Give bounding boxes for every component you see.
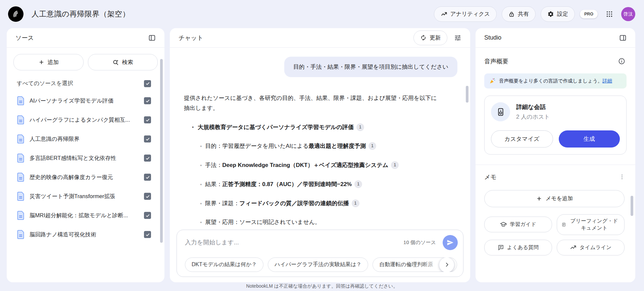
add-source-button[interactable]: 追加 bbox=[13, 54, 84, 70]
disclaimer-footer: NotebookLM は不正確な場合があります。回答は再確認してください。 bbox=[0, 282, 644, 291]
apps-grid-button[interactable] bbox=[603, 7, 616, 21]
response-intro: 提供されたソースに基づき、各研究の目的、手法、結果、限界・課題、および展望・応用… bbox=[184, 93, 439, 113]
panel-collapse-icon bbox=[148, 34, 156, 42]
panel-collapse-icon bbox=[619, 34, 627, 42]
notes-menu-button[interactable] bbox=[617, 172, 627, 181]
briefing-doc-chip[interactable]: ブリーフィング・ドキュメント bbox=[557, 214, 625, 235]
settings-button[interactable]: 設定 bbox=[541, 6, 575, 22]
check-icon bbox=[145, 137, 150, 141]
studio-panel: Studio 音声概要 bbox=[476, 28, 635, 282]
customize-button[interactable]: カスタマイズ bbox=[491, 130, 553, 148]
discover-sources-button[interactable]: 検索 bbox=[88, 54, 158, 70]
chip-label: 学習ガイド bbox=[510, 221, 536, 228]
bullet-bold-text: 大規模教育データに基づくパーソナライズ学習モデルの評価 bbox=[198, 124, 354, 130]
source-title: 災害ツイート予測Transformer拡張 bbox=[30, 193, 139, 200]
response-bullet: ・大規模教育データに基づくパーソナライズ学習モデルの評価1 bbox=[190, 122, 439, 132]
studio-scrollbar[interactable] bbox=[631, 196, 633, 216]
source-list-item[interactable]: 脳MRI超分解能化：拡散モデルと診断... bbox=[7, 206, 164, 225]
chat-input[interactable] bbox=[185, 239, 399, 246]
check-icon bbox=[145, 99, 150, 103]
chat-settings-button[interactable] bbox=[453, 33, 463, 43]
source-title: 人工意識の再帰限界 bbox=[30, 135, 139, 143]
refresh-label: 更新 bbox=[430, 34, 441, 42]
source-title: AIパーソナライズ学習モデル評価 bbox=[30, 97, 139, 105]
select-all-checkbox[interactable] bbox=[144, 80, 151, 87]
briefing-doc-icon bbox=[562, 222, 566, 228]
plus-icon bbox=[38, 59, 45, 65]
settings-label: 設定 bbox=[557, 10, 568, 18]
source-checkbox[interactable] bbox=[144, 193, 151, 200]
source-list-item[interactable]: 多言語BERT感情転写と文化依存性 bbox=[7, 149, 164, 168]
citation-badge[interactable]: 1 bbox=[354, 180, 362, 188]
suggested-question-chip[interactable]: DKTモデルの結果は何か？ bbox=[185, 257, 263, 272]
chat-panel: チャット 更新 目的・手法・結果・限界・展望を項目別に抽出してください 提供され… bbox=[170, 28, 470, 282]
document-icon bbox=[17, 115, 24, 124]
analytics-button[interactable]: アナリティクス bbox=[434, 6, 497, 22]
banner-details-link[interactable]: 詳細 bbox=[602, 78, 612, 83]
audio-info-button[interactable] bbox=[617, 56, 627, 66]
notebooklm-logo[interactable] bbox=[8, 6, 23, 22]
audio-card-title: 詳細な会話 bbox=[516, 103, 550, 111]
check-icon bbox=[145, 175, 150, 180]
source-checkbox[interactable] bbox=[144, 116, 151, 123]
source-title: 脳回路ナノ構造可視化技術 bbox=[30, 231, 139, 238]
source-list-item[interactable]: AIパーソナライズ学習モデル評価 bbox=[7, 91, 164, 110]
source-list-item[interactable]: 災害ツイート予測Transformer拡張 bbox=[7, 187, 164, 206]
collapse-studio-button[interactable] bbox=[618, 33, 628, 43]
faq-bubble-icon bbox=[498, 244, 504, 251]
source-checkbox[interactable] bbox=[144, 231, 151, 238]
notebook-title[interactable]: 人工意識の再帰限界（架空） bbox=[32, 9, 130, 19]
source-list-item[interactable]: 歴史的映像の高解像度カラー復元 bbox=[7, 168, 164, 187]
sources-scrollbar[interactable] bbox=[160, 59, 163, 243]
timeline-chip[interactable]: タイムライン bbox=[557, 240, 625, 255]
chip-label: ブリーフィング・ドキュメント bbox=[569, 218, 620, 232]
citation-badge[interactable]: 1 bbox=[356, 123, 364, 131]
check-icon bbox=[145, 213, 150, 218]
source-list-item[interactable]: ハイパーグラフによるタンパク質相互... bbox=[7, 110, 164, 129]
faq-chip[interactable]: よくある質問 bbox=[484, 240, 552, 255]
bullet-text: 結果： bbox=[205, 181, 222, 187]
collapse-sources-button[interactable] bbox=[147, 33, 157, 43]
chat-scrollbar[interactable] bbox=[466, 86, 468, 103]
citation-badge[interactable]: 1 bbox=[352, 199, 359, 207]
bullet-marker: ◦ bbox=[200, 200, 202, 206]
source-checkbox[interactable] bbox=[144, 155, 151, 162]
user-avatar[interactable]: 啓汰 bbox=[621, 7, 635, 21]
source-checkbox[interactable] bbox=[144, 135, 151, 142]
share-button[interactable]: 共有 bbox=[502, 6, 536, 22]
audio-overview-card: 詳細な会話 2 人のホスト カスタマイズ 生成 bbox=[484, 96, 627, 155]
source-list-item[interactable]: 脳回路ナノ構造可視化技術 bbox=[7, 225, 164, 244]
source-title: 脳MRI超分解能化：拡散モデルと診断... bbox=[30, 212, 139, 219]
source-checkbox[interactable] bbox=[144, 97, 151, 104]
document-icon bbox=[17, 154, 24, 163]
source-checkbox[interactable] bbox=[144, 212, 151, 219]
send-button[interactable] bbox=[443, 235, 458, 250]
generate-button[interactable]: 生成 bbox=[559, 130, 620, 148]
citation-badge[interactable]: 1 bbox=[391, 161, 399, 169]
source-list-item[interactable]: 人工意識の再帰限界 bbox=[7, 129, 164, 149]
bullet-marker: ◦ bbox=[200, 181, 202, 187]
analytics-label: アナリティクス bbox=[450, 10, 490, 18]
citation-badge[interactable]: 1 bbox=[368, 142, 376, 150]
more-suggestions-button[interactable] bbox=[439, 257, 454, 272]
bullet-text: 手法： bbox=[205, 162, 222, 168]
source-count-label: 10 個のソース bbox=[403, 239, 436, 246]
sources-panel: ソース 追加 検索 すべてのソースを選択 bbox=[7, 28, 164, 282]
logo-arcs-icon bbox=[11, 9, 21, 19]
sources-panel-title: ソース bbox=[15, 34, 34, 42]
add-note-button[interactable]: メモを追加 bbox=[484, 190, 625, 207]
study-guide-chip[interactable]: 学習ガイド bbox=[484, 217, 552, 232]
suggested-question-chip[interactable]: ハイパーグラフ手法の実験結果は？ bbox=[268, 257, 368, 272]
chevron-right-icon bbox=[444, 262, 450, 268]
document-icon bbox=[17, 211, 24, 220]
tune-sliders-icon bbox=[454, 34, 461, 42]
check-icon bbox=[145, 118, 150, 122]
add-source-label: 追加 bbox=[48, 59, 59, 66]
source-checkbox[interactable] bbox=[144, 174, 151, 181]
refresh-chat-button[interactable]: 更新 bbox=[413, 31, 447, 45]
plus-icon bbox=[536, 195, 542, 202]
studio-divider bbox=[476, 165, 635, 165]
source-title: ハイパーグラフによるタンパク質相互... bbox=[30, 116, 139, 124]
response-bullet: ◦限界・課題：フィードバックの質／誤学習の連鎖的伝播1 bbox=[200, 198, 439, 209]
chip-label: タイムライン bbox=[580, 244, 611, 251]
